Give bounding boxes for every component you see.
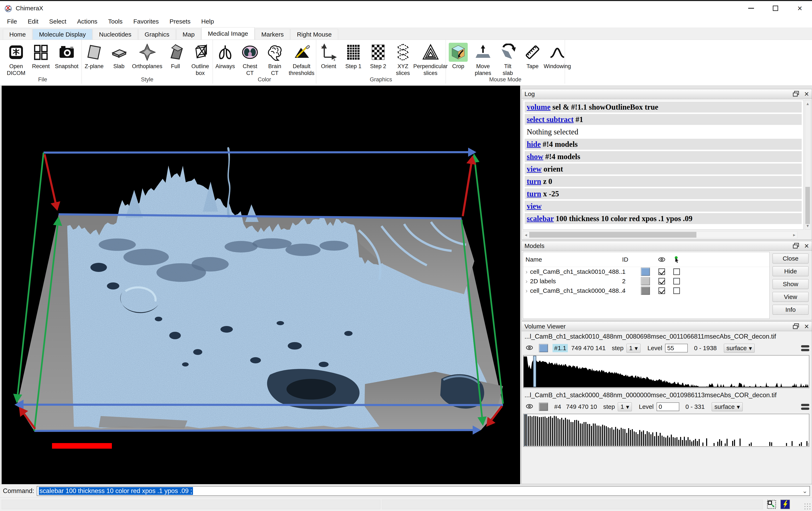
menu-item-edit[interactable]: Edit: [22, 16, 44, 27]
toolbar-button-brain-ct[interactable]: BrainCT: [264, 43, 286, 77]
expand-chevron-icon[interactable]: ›: [525, 268, 528, 275]
tab-nucleotides[interactable]: Nucleotides: [93, 29, 138, 40]
maximize-button[interactable]: [763, 1, 788, 16]
menu-item-favorites[interactable]: Favorites: [128, 16, 164, 27]
viewport-canvas[interactable]: [2, 86, 520, 484]
models-panel-header[interactable]: Models ×: [522, 241, 812, 251]
log-command-link[interactable]: scalebar: [527, 214, 554, 223]
log-horizontal-scrollbar[interactable]: ◂ ▸: [523, 231, 798, 238]
volume-histogram[interactable]: [523, 355, 809, 388]
model-shown-checkbox[interactable]: [659, 268, 665, 275]
volume-color-swatch[interactable]: [539, 403, 548, 411]
menu-item-actions[interactable]: Actions: [71, 16, 103, 27]
log-command-link[interactable]: show: [527, 152, 543, 161]
log-command-link[interactable]: view: [527, 165, 542, 173]
toolbar-button-chest-ct[interactable]: ChestCT: [239, 43, 261, 77]
model-shown-checkbox[interactable]: [659, 287, 665, 294]
expand-chevron-icon[interactable]: ›: [525, 287, 528, 294]
row-menu-icon[interactable]: [801, 404, 809, 410]
float-panel-icon[interactable]: [793, 323, 799, 330]
style-dropdown[interactable]: surface ▾: [724, 344, 755, 353]
tab-home[interactable]: Home: [3, 29, 32, 40]
level-input[interactable]: 55: [665, 344, 688, 352]
log-command-link[interactable]: hide: [527, 140, 541, 148]
toolbar-button-tilt-slab[interactable]: Tiltslab: [497, 43, 519, 77]
model-row[interactable]: ›2D labels2: [523, 277, 770, 286]
minimize-button[interactable]: [739, 1, 763, 16]
menu-item-select[interactable]: Select: [44, 16, 71, 27]
toolbar-button-orient[interactable]: yxOrient: [318, 43, 339, 70]
toolbar-button-airways[interactable]: Airways: [214, 43, 236, 70]
toolbar-button-slab[interactable]: Slab: [108, 43, 129, 70]
command-input[interactable]: scalebar 100 thickness 10 color red xpos…: [37, 486, 810, 496]
toolbar-button-default-thresholds[interactable]: Defaultthresholds: [289, 43, 314, 77]
toolbar-button-xyz-slices[interactable]: XYZslices: [392, 43, 414, 77]
close-panel-icon[interactable]: ×: [804, 323, 809, 330]
log-command-link[interactable]: select subtract: [527, 115, 574, 124]
toolbar-button-open-dicom[interactable]: OpenDICOM: [5, 43, 27, 77]
model-select-checkbox[interactable]: [673, 287, 680, 294]
toolbar-button-snapshot[interactable]: Snapshot: [55, 43, 79, 70]
level-input[interactable]: 0: [657, 402, 679, 411]
show-button[interactable]: Show: [773, 279, 809, 289]
row-menu-icon[interactable]: [801, 345, 809, 351]
model-shown-checkbox[interactable]: [659, 278, 665, 285]
tab-right-mouse[interactable]: Right Mouse: [290, 29, 338, 40]
toolbar-button-outline-box[interactable]: Outlinebox: [190, 43, 211, 77]
model-select-checkbox[interactable]: [673, 278, 680, 285]
log-command-link[interactable]: turn: [527, 190, 541, 198]
model-color-swatch[interactable]: [641, 287, 650, 295]
volume-model-id[interactable]: #1.1: [553, 344, 568, 352]
command-history-chevron-icon[interactable]: ⌄: [802, 487, 808, 494]
info-button[interactable]: Info: [773, 305, 809, 315]
menu-item-presets[interactable]: Presets: [164, 16, 196, 27]
resize-graphics-button[interactable]: [766, 499, 777, 510]
menu-item-file[interactable]: File: [2, 16, 22, 27]
log-panel-header[interactable]: Log ×: [522, 89, 812, 99]
tab-markers[interactable]: Markers: [255, 29, 290, 40]
close-panel-icon[interactable]: ×: [804, 243, 809, 249]
toolbar-button-step-1[interactable]: Step 1: [343, 43, 364, 70]
toolbar-button-step-2[interactable]: Step 2: [368, 43, 389, 70]
tab-medical-image[interactable]: Medical Image: [201, 27, 255, 40]
step-dropdown[interactable]: 1 ▾: [618, 402, 632, 411]
menu-item-help[interactable]: Help: [196, 16, 220, 27]
log-content[interactable]: volume sel & #!1.1 showOutlineBox truese…: [523, 100, 804, 230]
eye-icon[interactable]: [526, 345, 533, 351]
log-vertical-scrollbar[interactable]: ▴ ▾: [805, 100, 811, 230]
toolbar-button-crop[interactable]: Crop: [447, 43, 469, 70]
close-panel-icon[interactable]: ×: [804, 91, 809, 97]
scroll-left-icon[interactable]: ◂: [524, 232, 528, 238]
window-resize-grip[interactable]: [804, 503, 811, 510]
model-row[interactable]: ›cell_CamB_ch1_stack0000_488...4: [523, 286, 770, 295]
close-button[interactable]: ×: [788, 1, 812, 16]
toolbar-button-z-plane[interactable]: Z-plane: [83, 43, 105, 70]
tab-map[interactable]: Map: [176, 29, 201, 40]
toolbar-button-windowing[interactable]: Windowing: [547, 43, 568, 70]
step-dropdown[interactable]: 1 ▾: [627, 344, 640, 353]
scroll-right-icon[interactable]: ▸: [792, 232, 796, 238]
toolbar-button-tape[interactable]: Tape: [522, 43, 543, 70]
style-dropdown[interactable]: surface ▾: [712, 402, 743, 411]
toolbar-button-orthoplanes[interactable]: Orthoplanes: [133, 43, 162, 70]
model-select-checkbox[interactable]: [673, 268, 680, 275]
hide-button[interactable]: Hide: [773, 266, 809, 276]
log-command-link[interactable]: volume: [527, 103, 550, 111]
volume-viewer-header[interactable]: Volume Viewer ×: [522, 322, 812, 331]
expand-chevron-icon[interactable]: ›: [525, 278, 528, 285]
toolbar-button-move-planes[interactable]: Moveplanes: [472, 43, 494, 77]
log-vscroll-thumb[interactable]: [805, 187, 810, 224]
tab-graphics[interactable]: Graphics: [138, 29, 176, 40]
model-row[interactable]: ›cell_CamB_ch1_stack0010_488...1: [523, 267, 770, 277]
view-button[interactable]: View: [773, 292, 809, 302]
toolbar-button-recent[interactable]: Recent: [30, 43, 52, 70]
menu-item-tools[interactable]: Tools: [103, 16, 128, 27]
scroll-up-icon[interactable]: ▴: [805, 101, 810, 106]
tab-molecule-display[interactable]: Molecule Display: [33, 29, 92, 40]
volume-model-id[interactable]: #4: [553, 403, 563, 411]
model-color-swatch[interactable]: [641, 277, 650, 285]
toolbar-button-perpendicular-slices[interactable]: Perpendicularslices: [417, 43, 444, 77]
volume-histogram[interactable]: [523, 414, 809, 447]
toolbar-button-full[interactable]: Full: [165, 43, 186, 70]
float-panel-icon[interactable]: [793, 91, 799, 97]
